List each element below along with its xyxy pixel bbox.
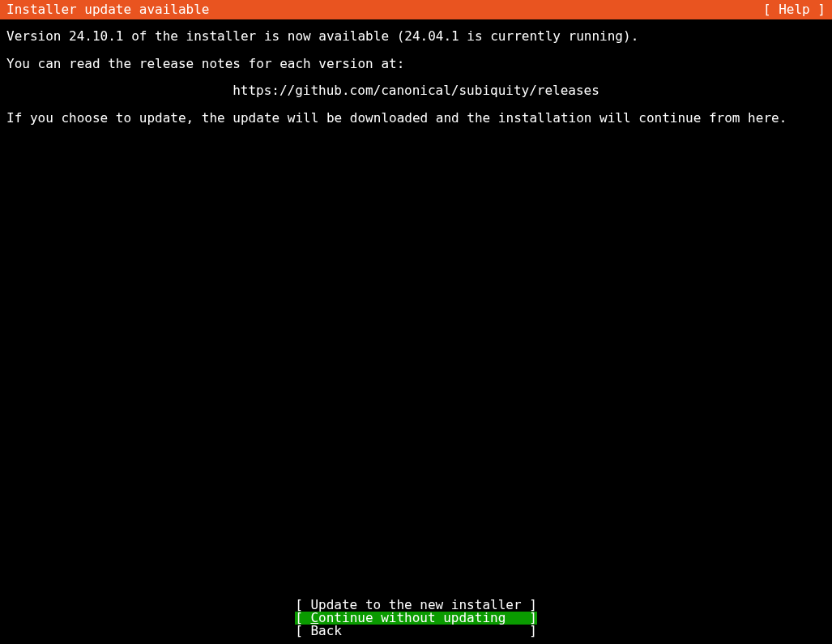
release-notes-intro-text: You can read the release notes for each …: [6, 53, 826, 75]
main-content: Version 24.10.1 of the installer is now …: [0, 19, 832, 141]
footer-buttons: [ Update to the new installer ] [ Contin…: [0, 599, 832, 638]
page-title: Installer update available: [6, 0, 209, 19]
release-notes-url: https://github.com/canonical/subiquity/r…: [6, 80, 826, 101]
update-info-text: If you choose to update, the update will…: [6, 108, 826, 129]
header-bar: Installer update available [ Help ]: [0, 0, 832, 19]
version-info-text: Version 24.10.1 of the installer is now …: [6, 26, 826, 47]
back-button[interactable]: [ Back ]: [295, 625, 537, 638]
help-button[interactable]: [ Help ]: [763, 0, 826, 19]
